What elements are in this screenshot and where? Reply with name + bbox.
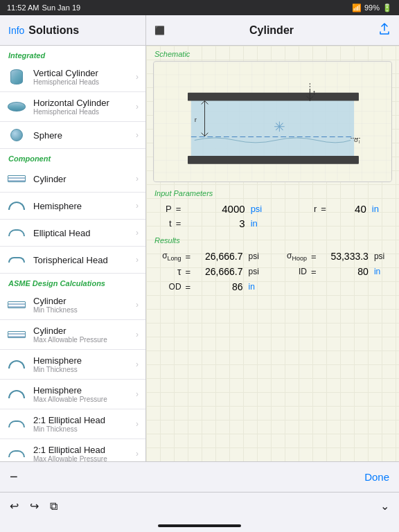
asme-hemi-min-sub: Min Thickness [33, 366, 129, 373]
asme-hemi-max-title: Hemisphere [33, 385, 129, 396]
sidebar-item-elliptical[interactable]: Elliptical Head › [0, 220, 145, 247]
wifi-icon: 📶 [352, 3, 362, 12]
id-eq: = [310, 264, 319, 279]
horizontal-cylinder-icon [7, 99, 26, 114]
sidebar-item-asme-cylinder-min[interactable]: Cylinder Min Thickness › [0, 290, 145, 320]
sidebar-item-asme-hemi-min[interactable]: Hemisphere Min Thickness › [0, 350, 145, 380]
schematic-label: Schematic [146, 46, 399, 61]
cylinder-comp-title: Cylinder [33, 174, 129, 184]
home-indicator [0, 520, 399, 532]
status-bar: 11:52 AM Sun Jan 19 📶 99% 🔋 [0, 0, 399, 15]
component-header: Component [0, 149, 145, 166]
p-val[interactable]: 4000 [188, 202, 248, 216]
battery-icon: 🔋 [382, 3, 392, 12]
chevron-right-icon: › [136, 330, 139, 339]
od-eq: = [184, 279, 194, 294]
sidebar-item-asme-ellip-min[interactable]: 2:1 Elliptical Head Min Thickness › [0, 409, 145, 439]
input-parameters: Input Parameters P = 4000 psi r = 40 in … [146, 189, 399, 294]
asme-ellip-max-text: 2:1 Elliptical Head Max Allowable Pressu… [33, 445, 129, 461]
horizontal-cylinder-title: Horizontal Cylinder [33, 98, 129, 108]
chevron-right-icon: › [136, 228, 139, 238]
sigma-long-val: 26,666.7 [193, 249, 245, 264]
asme-hemi-max-sub: Max Allowable Pressure [33, 396, 129, 403]
asme-ellip-max-title: 2:1 Elliptical Head [33, 445, 129, 455]
results-table: σLong = 26,666.7 psi σHoop = 53,333.3 ps… [154, 249, 391, 294]
sidebar-item-torispherical[interactable]: Torispherical Head › [0, 247, 145, 274]
bottom-toolbar: − Done [0, 461, 399, 492]
chevron-right-icon: › [136, 255, 139, 265]
schematic-icon[interactable]: ⬛ [154, 26, 165, 35]
share-button[interactable] [378, 23, 391, 38]
svg-text:✳: ✳ [274, 119, 285, 134]
minus-button[interactable]: − [10, 469, 18, 485]
vertical-cylinder-title: Vertical Cylinder [33, 68, 129, 78]
asme-cylinder-min-title: Cylinder [33, 296, 129, 306]
id-sym: ID [279, 264, 310, 279]
redo-button[interactable]: ↪ [30, 499, 39, 513]
asme-ellip-min-sub: Min Thickness [33, 425, 129, 433]
vertical-cylinder-text: Vertical Cylinder Hemispherical Heads [33, 68, 129, 86]
asme-hemi-min-title: Hemisphere [33, 355, 129, 366]
id-val: 80 [319, 264, 371, 279]
asme-cylinder-min-text: Cylinder Min Thickness [33, 296, 129, 314]
nav-right: ⬛ Cylinder [146, 15, 399, 45]
tau-val: 26,666.7 [193, 264, 245, 279]
asme-hemi-max-text: Hemisphere Max Allowable Pressure [33, 385, 129, 403]
asme-cylinder-max-icon [7, 327, 26, 342]
solutions-title: Solutions [28, 24, 79, 37]
done-button[interactable]: Done [364, 471, 389, 483]
sidebar-item-asme-cylinder-max[interactable]: Cylinder Max Allowable Pressure › [0, 320, 145, 350]
asme-hemi-min-text: Hemisphere Min Thickness [33, 355, 129, 373]
copy-button[interactable]: ⧉ [50, 500, 57, 513]
asme-hemi-max-icon [7, 387, 26, 402]
nav-bar: Info Solutions ⬛ Cylinder [0, 15, 399, 46]
cylinder-comp-text: Cylinder [33, 174, 129, 184]
horizontal-cylinder-text: Horizontal Cylinder Hemispherical Heads [33, 98, 129, 116]
asme-cylinder-max-sub: Max Allowable Pressure [33, 336, 129, 344]
r-val[interactable]: 40 [333, 202, 369, 216]
p-eq: = [175, 202, 188, 216]
sidebar-item-cylinder[interactable]: Cylinder › [0, 166, 145, 193]
sigma-hoop-eq: = [310, 249, 319, 264]
sigma-hoop-sym: σHoop [279, 249, 310, 264]
asme-ellip-max-sub: Max Allowable Pressure [33, 455, 129, 461]
torispherical-comp-title: Torispherical Head [33, 255, 129, 265]
torispherical-icon [7, 252, 26, 267]
vertical-cylinder-subtitle: Hemispherical Heads [33, 78, 129, 86]
sidebar-item-asme-hemi-max[interactable]: Hemisphere Max Allowable Pressure › [0, 380, 145, 409]
tau-sym: τ [154, 264, 184, 279]
t-val[interactable]: 3 [188, 216, 248, 231]
chevron-right-icon: › [136, 419, 139, 429]
sidebar-item-sphere[interactable]: Sphere › [0, 122, 145, 149]
chevron-down-icon[interactable]: ⌄ [380, 499, 389, 513]
status-time: 11:52 AM [7, 3, 39, 12]
sidebar-item-horizontal-cylinder[interactable]: Horizontal Cylinder Hemispherical Heads … [0, 92, 145, 122]
r-eq: = [319, 202, 333, 216]
undo-button[interactable]: ↩ [10, 499, 19, 513]
chevron-right-icon: › [136, 300, 139, 310]
sidebar-item-vertical-cylinder[interactable]: Vertical Cylinder Hemispherical Heads › [0, 62, 145, 92]
sidebar: Integrated Vertical Cylinder Hemispheric… [0, 46, 146, 461]
results-label: Results [154, 236, 391, 245]
sidebar-item-hemisphere[interactable]: Hemisphere › [0, 193, 145, 220]
elliptical-comp-title: Elliptical Head [33, 228, 129, 238]
sidebar-item-asme-ellip-max[interactable]: 2:1 Elliptical Head Max Allowable Pressu… [0, 439, 145, 461]
vertical-cylinder-icon [7, 69, 26, 85]
svg-text:t: t [313, 89, 315, 96]
cylinder-title: Cylinder [249, 24, 294, 37]
home-bar [158, 524, 241, 527]
info-button[interactable]: Info [8, 25, 24, 36]
sphere-icon [7, 127, 26, 143]
asme-header: ASME Design Calculations [0, 274, 145, 290]
nav-left: Info Solutions [0, 15, 146, 45]
elliptical-icon [7, 225, 26, 240]
asme-ellip-min-icon [7, 416, 26, 432]
od-sym: OD [154, 279, 184, 294]
sphere-text: Sphere [33, 130, 129, 141]
p-unit: psi [248, 202, 277, 216]
chevron-right-icon: › [136, 360, 139, 369]
cylinder-flat-icon [7, 171, 26, 186]
asme-ellip-min-text: 2:1 Elliptical Head Min Thickness [33, 415, 129, 433]
od-val: 86 [193, 279, 245, 294]
svg-rect-2 [191, 100, 354, 157]
